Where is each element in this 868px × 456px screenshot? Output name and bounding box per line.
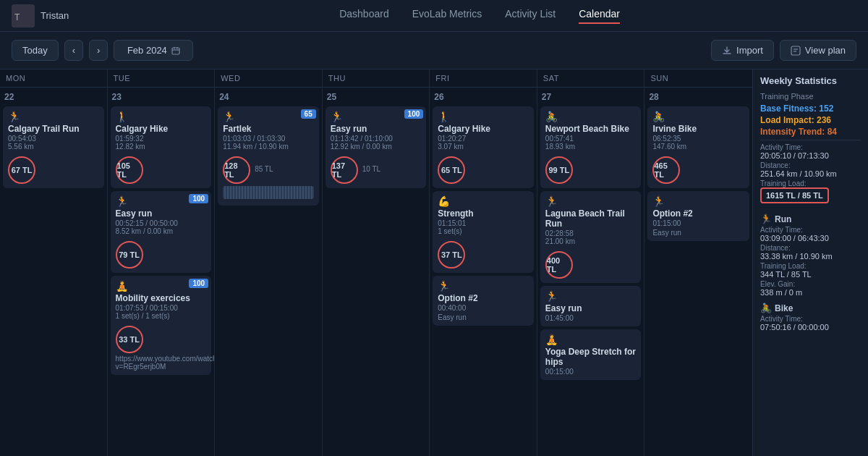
activity-name: Calgary Trail Run bbox=[8, 124, 99, 134]
next-button[interactable]: › bbox=[89, 40, 108, 61]
activity-time-value: 20:05:10 / 07:13:30 bbox=[760, 151, 861, 160]
run-icon: 🏃 bbox=[223, 111, 314, 122]
activity-name: Easy run bbox=[331, 124, 422, 134]
training-phase-label: Training Phase bbox=[760, 92, 861, 101]
nav-calendar[interactable]: Calendar bbox=[579, 8, 620, 24]
day-col-wed: 24 65 🏃 Fartlek 01:03:03 / 01:03:30 11.9… bbox=[215, 88, 323, 456]
day-num-tue: 23 bbox=[111, 90, 212, 104]
strength-icon: 💪 bbox=[438, 195, 529, 207]
prev-button[interactable]: ‹ bbox=[64, 40, 83, 61]
activity-time: 01:15:00 bbox=[652, 219, 744, 227]
run-distance-value: 33.38 km / 10.90 km bbox=[760, 252, 861, 261]
activity-time: 00:52:15 / 00:50:00 bbox=[116, 219, 207, 227]
day-col-thu: 25 100 🏃 Easy run 01:13:42 / 01:10:00 12… bbox=[323, 88, 430, 456]
badge: 100 bbox=[189, 194, 208, 203]
run-icon: 🏃 bbox=[438, 280, 529, 292]
base-fitness: Base Fitness: 152 bbox=[760, 104, 861, 114]
activity-time: 02:28:58 bbox=[545, 229, 637, 237]
activity-card[interactable]: 🚴 Newport Beach Bike 00:57:41 18.93 km 9… bbox=[540, 106, 642, 188]
bike-label: Bike bbox=[775, 303, 793, 313]
viewplan-button[interactable]: View plan bbox=[780, 40, 856, 61]
activity-name: Mobility exercices bbox=[116, 293, 207, 303]
nav-links: Dashboard EvoLab Metrics Activity List C… bbox=[339, 8, 620, 24]
nav-dashboard[interactable]: Dashboard bbox=[339, 8, 389, 24]
day-num-thu: 25 bbox=[326, 90, 427, 104]
badge: 100 bbox=[404, 109, 424, 119]
day-header-mon: Mon bbox=[0, 69, 108, 87]
activity-card[interactable]: 🚶 Calgary Hike 01:20:27 3.07 km 65 TL bbox=[433, 106, 534, 188]
activity-name: Easy run bbox=[545, 303, 637, 313]
activity-name: Option #2 bbox=[438, 293, 529, 303]
distance-value: 251.64 km / 10.90 km bbox=[760, 169, 861, 178]
activity-card[interactable]: 100 🏃 Easy run 00:52:15 / 00:50:00 8.52 … bbox=[111, 191, 212, 273]
days-grid: 22 🏃 Calgary Trail Run 00:54:03 5.56 km … bbox=[0, 88, 752, 456]
day-col-sat: 27 🚴 Newport Beach Bike 00:57:41 18.93 k… bbox=[537, 88, 645, 456]
activity-dist: 5.56 km bbox=[8, 143, 99, 151]
activity-time: 01:20:27 bbox=[438, 135, 529, 143]
today-button[interactable]: Today bbox=[12, 40, 59, 61]
run-icon: 🏃 bbox=[652, 195, 744, 207]
activity-tl: 67 TL bbox=[8, 156, 35, 184]
activity-dist: 147.60 km bbox=[652, 143, 744, 151]
activity-card[interactable]: 🧘 Yoga Deep Stretch for hips 00:15:00 bbox=[540, 329, 642, 380]
load-impact: Load Impact: 236 bbox=[760, 115, 861, 125]
month-picker[interactable]: Feb 2024 bbox=[114, 40, 193, 61]
badge: 65 bbox=[301, 109, 316, 119]
bike-icon: 🚴 bbox=[652, 111, 744, 122]
bike-icon: 🚴 bbox=[545, 111, 637, 122]
activity-time: 00:57:41 bbox=[545, 135, 637, 143]
activity-card[interactable]: 🏃 Option #2 00:40:00 Easy run bbox=[433, 276, 534, 326]
activity-time: 06:52:35 bbox=[652, 135, 744, 143]
activity-time: 01:45:00 bbox=[545, 314, 637, 322]
activity-card[interactable]: 100 🧘 Mobility exercices 01:07:53 / 00:1… bbox=[111, 276, 212, 375]
activity-card[interactable]: 🏃 Easy run 01:45:00 bbox=[540, 286, 642, 326]
activity-card[interactable]: 65 🏃 Fartlek 01:03:03 / 01:03:30 11.94 k… bbox=[218, 106, 319, 206]
toolbar: Today ‹ › Feb 2024 Import View plan bbox=[0, 32, 868, 69]
activity-dist: 18.93 km bbox=[545, 143, 637, 151]
day-header-tue: Tue bbox=[108, 69, 216, 87]
activity-tl: 105 TL bbox=[116, 156, 143, 184]
activity-card[interactable]: 🚶 Calgary Hike 01:59:32 12.82 km 105 TL bbox=[111, 106, 212, 188]
activity-card[interactable]: 🚴 Irvine Bike 06:52:35 147.60 km 465 TL bbox=[647, 106, 749, 188]
day-num-wed: 24 bbox=[218, 90, 319, 104]
activity-card[interactable]: 100 🏃 Easy run 01:13:42 / 01:10:00 12.92… bbox=[326, 106, 427, 188]
activity-time-label: Activity Time: bbox=[760, 143, 861, 151]
activity-name: Laguna Beach Trail Run bbox=[545, 208, 637, 229]
activity-tl: 400 TL bbox=[545, 251, 573, 279]
activity-dist: 21.00 km bbox=[545, 237, 637, 245]
activity-tl: 37 TL bbox=[438, 241, 465, 269]
activity-extra: https://www.youtube.com/watch?v=REgr5erj… bbox=[116, 355, 207, 371]
bike-activity-time-label: Activity Time: bbox=[760, 315, 861, 323]
activity-time: 00:54:03 bbox=[8, 135, 99, 143]
nav-evolab[interactable]: EvoLab Metrics bbox=[412, 8, 482, 24]
activity-card[interactable]: 💪 Strength 01:15:01 1 set(s) 37 TL bbox=[433, 191, 534, 273]
activity-name: Strength bbox=[438, 208, 529, 219]
activity-time: 01:59:32 bbox=[116, 135, 207, 143]
nav-activity-list[interactable]: Activity List bbox=[505, 8, 556, 24]
activity-card[interactable]: 🏃 Option #2 01:15:00 Easy run bbox=[647, 191, 749, 241]
activity-name: Irvine Bike bbox=[652, 124, 744, 134]
activity-time: 00:40:00 bbox=[438, 304, 529, 312]
intensity-trend: Intensity Trend: 84 bbox=[760, 127, 861, 137]
hike-icon: 🚶 bbox=[116, 111, 207, 122]
day-col-tue: 23 🚶 Calgary Hike 01:59:32 12.82 km 105 … bbox=[108, 88, 216, 456]
activity-card[interactable]: 🏃 Laguna Beach Trail Run 02:28:58 21.00 … bbox=[540, 191, 642, 283]
run-icon: 🏃 bbox=[545, 290, 637, 302]
run-elev-label: Elev. Gain: bbox=[760, 280, 861, 288]
activity-dist: 8.52 km / 0.00 km bbox=[116, 227, 207, 235]
distance-label: Distance: bbox=[760, 161, 861, 169]
run-section-header: 🏃 Run bbox=[760, 214, 861, 224]
badge: 100 bbox=[189, 279, 208, 288]
activity-tl: 99 TL bbox=[545, 156, 573, 184]
training-load-value: 1615 TL / 85 TL bbox=[760, 187, 829, 203]
bike-section-header: 🚴 Bike bbox=[760, 303, 861, 313]
activity-dist: 12.82 km bbox=[116, 143, 207, 151]
activity-time: 01:03:03 / 01:03:30 bbox=[223, 135, 314, 143]
activity-tl: 65 TL bbox=[438, 156, 465, 184]
calendar-main: Mon Tue Wed Thu Fri Sat Sun 22 🏃 Calgary… bbox=[0, 69, 752, 456]
activity-time: 01:13:42 / 01:10:00 bbox=[331, 135, 422, 143]
import-button[interactable]: Import bbox=[711, 40, 774, 61]
activity-card[interactable]: 🏃 Calgary Trail Run 00:54:03 5.56 km 67 … bbox=[3, 106, 104, 188]
run-distance-label: Distance: bbox=[760, 244, 861, 252]
run-elev-value: 338 m / 0 m bbox=[760, 288, 861, 297]
